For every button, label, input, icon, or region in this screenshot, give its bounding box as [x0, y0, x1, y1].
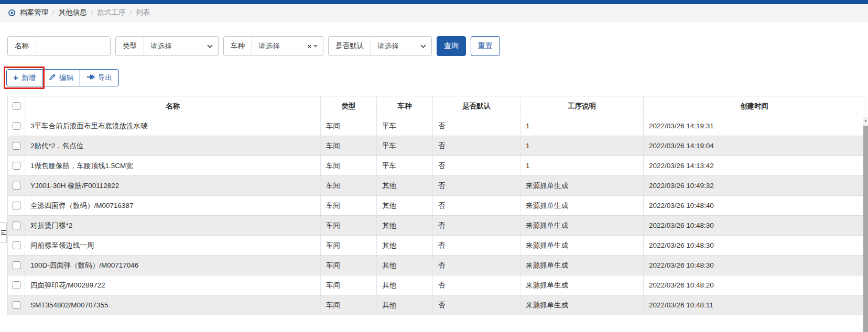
- cell-vehicle: 其他: [377, 196, 433, 216]
- cell-type: 车间: [321, 156, 377, 176]
- row-checkbox[interactable]: [13, 162, 20, 170]
- cell-name: 3平车合前后浪面布里布底浪放洗水唛: [25, 116, 321, 136]
- cell-vehicle: 其他: [377, 256, 433, 275]
- cell-vehicle: 平车: [377, 116, 433, 136]
- cell-type: 车间: [321, 236, 377, 256]
- breadcrumb-item-other-info[interactable]: 其他信息: [59, 8, 87, 17]
- default-select-value: 请选择: [371, 41, 420, 51]
- add-button[interactable]: + 新增: [6, 69, 42, 86]
- page: 档案管理 / 其他信息 / 款式工序 / 列表 名称 类型 请选择 车种: [0, 0, 868, 332]
- row-checkbox[interactable]: [13, 261, 20, 269]
- table-row[interactable]: 对折烫门襟*2 车间 其他 否 来源抓单生成 2022/03/26 10:48:…: [8, 216, 865, 236]
- row-checkbox[interactable]: [13, 142, 20, 150]
- scrollbar-thumb[interactable]: [863, 126, 868, 332]
- table-row[interactable]: 全涤四面弹（数码）/M00716387 车间 其他 否 来源抓单生成 2022/…: [8, 196, 865, 216]
- cell-created: 2022/03/26 14:13:42: [644, 156, 865, 176]
- table-row[interactable]: 四面弹印花/M00289722 车间 其他 否 来源抓单生成 2022/03/2…: [8, 275, 865, 295]
- name-filter-label: 名称: [8, 41, 36, 51]
- table-row[interactable]: 3平车合前后浪面布里布底浪放洗水唛 车间 平车 否 1 2022/03/26 1…: [8, 116, 865, 136]
- chevron-down-icon: [420, 45, 431, 48]
- cell-vehicle: 其他: [377, 216, 433, 236]
- caret-down-icon: [313, 45, 318, 48]
- cell-note: 来源抓单生成: [520, 275, 644, 295]
- column-header-created: 创建时间: [644, 96, 865, 116]
- cell-note: 来源抓单生成: [520, 236, 644, 256]
- cell-type: 车间: [321, 116, 377, 136]
- cell-default: 否: [433, 156, 520, 176]
- cell-default: 否: [433, 295, 520, 315]
- filter-default-group: 是否默认 请选择: [328, 36, 432, 56]
- filter-vehicle-group: 车种 请选择 ×: [223, 36, 323, 56]
- table-body: 3平车合前后浪面布里布底浪放洗水唛 车间 平车 否 1 2022/03/26 1…: [8, 116, 865, 315]
- type-select-value: 请选择: [144, 41, 207, 51]
- cell-vehicle: 平车: [377, 136, 433, 156]
- cell-default: 否: [433, 275, 520, 295]
- table-row[interactable]: 1做包腰像筋，车腰顶线1.5CM宽 车间 平车 否 1 2022/03/26 1…: [8, 156, 865, 176]
- column-header-default: 是否默认: [433, 96, 520, 116]
- list-lines-icon: [1, 229, 6, 236]
- export-button[interactable]: 导出: [80, 69, 119, 86]
- add-button-label: 新增: [21, 73, 36, 83]
- row-checkbox[interactable]: [13, 202, 20, 209]
- cell-created: 2022/03/26 14:19:04: [644, 136, 865, 156]
- column-header-vehicle: 车种: [377, 96, 433, 116]
- cell-vehicle: 其他: [377, 275, 433, 295]
- breadcrumb-separator: /: [91, 9, 93, 17]
- process-table: 名称 类型 车种 是否默认 工序说明 创建时间 3平车合前后浪面布里布底浪放洗水…: [7, 96, 865, 315]
- type-filter-label: 类型: [116, 41, 144, 51]
- default-select[interactable]: 请选择: [371, 37, 431, 56]
- scrollbar-arrow[interactable]: ▾: [863, 117, 868, 125]
- reset-button[interactable]: 重置: [471, 36, 500, 56]
- cell-name: SMT354802/M00707355: [25, 295, 321, 315]
- cell-name: 四面弹印花/M00289722: [25, 275, 321, 295]
- panel-toggle-handle[interactable]: [0, 222, 7, 243]
- row-checkbox[interactable]: [13, 301, 20, 309]
- cell-type: 车间: [321, 196, 377, 216]
- column-header-type: 类型: [321, 96, 377, 116]
- cell-created: 2022/03/26 10:48:30: [644, 216, 865, 236]
- select-all-checkbox[interactable]: [13, 102, 20, 110]
- cell-vehicle: 其他: [377, 236, 433, 256]
- cell-default: 否: [433, 196, 520, 216]
- search-button[interactable]: 查询: [437, 36, 466, 56]
- row-checkbox[interactable]: [13, 222, 20, 229]
- cell-created: 2022/03/26 10:48:40: [644, 196, 865, 216]
- cell-created: 2022/03/26 10:48:30: [644, 256, 865, 275]
- type-select[interactable]: 请选择: [144, 37, 218, 56]
- cell-name: 2贴代*2，包点位: [25, 136, 321, 156]
- vehicle-filter-label: 车种: [224, 41, 252, 51]
- filter-type-group: 类型 请选择: [115, 36, 219, 56]
- breadcrumb: 档案管理 / 其他信息 / 款式工序 / 列表: [0, 4, 868, 21]
- clear-icon[interactable]: ×: [305, 42, 313, 50]
- table-row[interactable]: 100D-四面弹（数码）/M00717046 车间 其他 否 来源抓单生成 20…: [8, 256, 865, 275]
- cell-default: 否: [433, 136, 520, 156]
- cell-name: 间前襟至领边线一周: [25, 236, 321, 256]
- filter-name-group: 名称: [7, 36, 111, 56]
- breadcrumb-item-style-process: 款式工序: [97, 8, 126, 17]
- cell-vehicle: 其他: [377, 176, 433, 196]
- table-row[interactable]: YJ001-30H 橡筋/F00112822 车间 其他 否 来源抓单生成 20…: [8, 176, 865, 196]
- row-checkbox[interactable]: [13, 122, 20, 130]
- table-row[interactable]: SMT354802/M00707355 车间 其他 否 来源抓单生成 2022/…: [8, 295, 865, 315]
- cell-name: YJ001-30H 橡筋/F00112822: [25, 176, 321, 196]
- row-checkbox[interactable]: [13, 241, 20, 249]
- chevron-down-icon: [207, 45, 218, 48]
- row-checkbox[interactable]: [13, 281, 20, 289]
- breadcrumb-separator: /: [52, 9, 55, 17]
- cell-note: 来源抓单生成: [520, 216, 644, 236]
- cell-note: 来源抓单生成: [520, 295, 644, 315]
- name-input[interactable]: [36, 37, 110, 56]
- filter-bar: 名称 类型 请选择 车种 请选择 × 是否默认: [7, 36, 868, 56]
- vehicle-select[interactable]: 请选择 ×: [252, 37, 323, 56]
- cell-name: 100D-四面弹（数码）/M00717046: [25, 256, 321, 275]
- edit-button-label: 编辑: [59, 73, 73, 83]
- edit-button[interactable]: 编辑: [42, 69, 80, 86]
- table-row[interactable]: 2贴代*2，包点位 车间 平车 否 1 2022/03/26 14:19:04: [8, 136, 865, 156]
- cell-default: 否: [433, 176, 520, 196]
- row-checkbox[interactable]: [13, 182, 20, 190]
- breadcrumb-item-archive[interactable]: 档案管理: [20, 8, 48, 17]
- vertical-scrollbar[interactable]: ▾: [863, 117, 868, 332]
- cell-default: 否: [433, 216, 520, 236]
- cell-type: 车间: [321, 216, 377, 236]
- table-row[interactable]: 间前襟至领边线一周 车间 其他 否 来源抓单生成 2022/03/26 10:4…: [8, 236, 865, 256]
